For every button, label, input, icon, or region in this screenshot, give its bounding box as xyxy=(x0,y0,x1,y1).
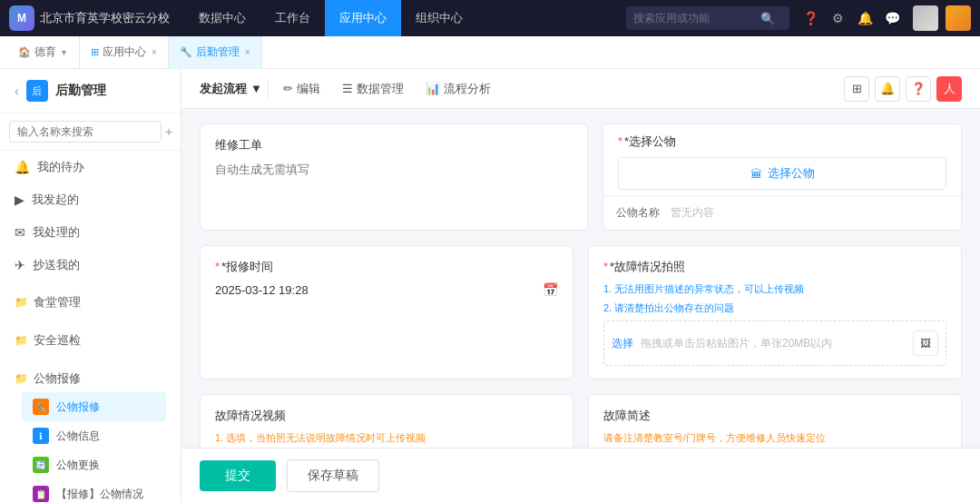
form-footer: 提交 保存草稿 xyxy=(181,448,980,503)
tab-bar: 🏠 德育 ▼ ⊞ 应用中心 × 🔧 后勤管理 × xyxy=(0,36,980,69)
nav-search-input[interactable] xyxy=(633,12,760,25)
tab-logistics-close[interactable]: × xyxy=(245,47,250,57)
fault-photo-hint2: 2. 请清楚拍出公物存在的问题 xyxy=(603,301,946,315)
sidebar-group-food-label: 食堂管理 xyxy=(34,294,81,311)
sidebar-group-repair-header[interactable]: 📁 公物报修 xyxy=(15,365,166,392)
form-row-2: *报修时间 2025-03-12 19:28 📅 *故障情况拍照 1. 无法用图… xyxy=(200,245,962,380)
sidebar-item-status-label: 【报修】公物情况 xyxy=(56,487,143,502)
add-menu-button[interactable]: + xyxy=(165,123,172,141)
avatar[interactable] xyxy=(913,5,938,31)
sidebar-item-replace[interactable]: 🔄 公物更换 xyxy=(22,450,166,479)
tab-logistics-label: 后勤管理 xyxy=(196,44,240,60)
tab-deyu-label: 德育 xyxy=(34,44,56,60)
sidebar-item-todo-label: 我的待办 xyxy=(37,159,84,175)
tab-appstore-close[interactable]: × xyxy=(152,47,157,57)
sidebar-app-icon: 后 xyxy=(26,80,48,102)
tab-logistics[interactable]: 🔧 后勤管理 × xyxy=(169,36,262,69)
fault-video-label: 故障情况视频 xyxy=(215,408,558,424)
flow-analysis-btn[interactable]: 📊 流程分析 xyxy=(416,77,500,101)
nav-item-data[interactable]: 数据中心 xyxy=(184,0,260,36)
settings-icon[interactable]: ⚙ xyxy=(828,8,848,28)
sidebar-item-todo[interactable]: 🔔 我的待办 xyxy=(0,151,181,183)
view-toggle-btn[interactable]: ⊞ xyxy=(844,76,869,102)
flow-dropdown[interactable]: 发起流程 ▼ xyxy=(200,81,262,97)
content-header: 发起流程 ▼ ✏ 编辑 ☰ 数据管理 📊 流程分析 ⊞ xyxy=(181,69,980,109)
tab-deyu-dropdown[interactable]: ▼ xyxy=(60,48,68,57)
tab-appstore-label: 应用中心 xyxy=(103,44,146,60)
property-section: *选择公物 🏛 选择公物 公物名称 暂无内容 xyxy=(603,123,962,231)
notification-icon[interactable]: 🔔 xyxy=(855,8,875,28)
message-icon[interactable]: 💬 xyxy=(882,8,902,28)
help-btn[interactable]: ❓ xyxy=(906,76,931,102)
choose-property-btn[interactable]: 🏛 选择公物 xyxy=(618,157,946,190)
edit-btn[interactable]: ✏ 编辑 xyxy=(274,77,329,101)
user-avatar-btn[interactable]: 人 xyxy=(936,76,962,102)
upload-icon-btn[interactable]: 🖼 xyxy=(913,330,938,356)
logo-icon: M xyxy=(9,5,34,31)
fault-desc-hint: 请备注清楚教室号/门牌号，方便维修人员快速定位 xyxy=(603,431,946,445)
main-layout: ‹ 后 后勤管理 + 🔔 我的待办 ▶ 我发起的 ✉ 我处理的 ✈ 抄送我的 xyxy=(0,69,980,503)
fault-desc-label: 故障简述 xyxy=(603,408,946,424)
sidebar-search: + xyxy=(0,113,181,151)
workorder-label: 维修工单 xyxy=(215,137,573,153)
fault-photo-choose[interactable]: 选择 xyxy=(612,336,633,351)
sidebar-item-info-label: 公物信息 xyxy=(56,429,100,444)
sidebar-item-cc-label: 抄送我的 xyxy=(33,257,80,273)
nav-search-box: 🔍 xyxy=(626,6,789,30)
data-manage-icon: ☰ xyxy=(342,82,353,95)
calendar-icon[interactable]: 📅 xyxy=(543,282,558,297)
submit-button[interactable]: 提交 xyxy=(200,460,276,491)
sidebar-group-security: 📁 安全巡检 xyxy=(0,320,181,358)
property-label: *选择公物 xyxy=(618,133,946,150)
property-choose-label: 选择公物 xyxy=(768,165,815,182)
tab-deyu[interactable]: 🏠 德育 ▼ xyxy=(7,36,80,69)
sidebar-item-status[interactable]: 📋 【报修】公物情况 xyxy=(22,479,166,503)
help-icon[interactable]: ❓ xyxy=(800,8,820,28)
property-name-value: 暂无内容 xyxy=(671,205,714,221)
form-body: 维修工单 *选择公物 🏛 选择公物 公物名称 暂无内容 xyxy=(181,109,980,448)
sidebar-item-cc[interactable]: ✈ 抄送我的 xyxy=(0,249,181,281)
form-row-3: 故障情况视频 1. 选填，当拍照无法说明故障情况时可上传视频 2. 拍摄时请简单… xyxy=(200,394,962,448)
tab-appstore-icon: ⊞ xyxy=(91,46,99,58)
tab-appstore[interactable]: ⊞ 应用中心 × xyxy=(80,36,169,69)
sidebar-group-security-header[interactable]: 📁 安全巡检 xyxy=(15,327,166,354)
datetime-row: 2025-03-12 19:28 📅 xyxy=(215,282,558,297)
breadcrumb-actions: 发起流程 ▼ ✏ 编辑 ☰ 数据管理 📊 流程分析 xyxy=(200,77,500,101)
sidebar-item-initiated[interactable]: ▶ 我发起的 xyxy=(0,183,181,216)
sidebar-item-repair[interactable]: 🔧 公物报修 xyxy=(22,392,166,421)
sidebar-item-processed-label: 我处理的 xyxy=(33,224,80,241)
video-hints: 1. 选填，当拍照无法说明故障情况时可上传视频 2. 拍摄时请简单口述故障原因，… xyxy=(215,431,558,448)
repair-time-value: 2025-03-12 19:28 xyxy=(215,283,309,297)
form-row-1: 维修工单 *选择公物 🏛 选择公物 公物名称 暂无内容 xyxy=(200,123,962,231)
property-name-label: 公物名称 xyxy=(616,205,671,221)
nav-item-app[interactable]: 应用中心 xyxy=(325,0,401,36)
fault-photo-upload[interactable]: 选择 拖拽或单击后粘贴图片，单张20MB以内 🖼 xyxy=(603,321,946,366)
upload-img-icon-btn[interactable]: 🖼 xyxy=(913,330,938,356)
todo-icon: 🔔 xyxy=(15,160,30,174)
tab-deyu-icon: 🏠 xyxy=(18,46,31,58)
nav-items: 数据中心 工作台 应用中心 组织中心 xyxy=(184,0,626,36)
property-name-row: 公物名称 暂无内容 xyxy=(603,195,961,230)
nav-item-work[interactable]: 工作台 xyxy=(260,0,325,36)
sidebar-group-security-label: 安全巡检 xyxy=(34,332,81,349)
sidebar-header: ‹ 后 后勤管理 xyxy=(0,69,181,113)
property-header: *选择公物 🏛 选择公物 xyxy=(603,124,961,195)
sidebar-group-food-header[interactable]: 📁 食堂管理 xyxy=(15,289,166,316)
logo: M 北京市育英学校密云分校 xyxy=(9,5,170,31)
sidebar-item-processed[interactable]: ✉ 我处理的 xyxy=(0,216,181,249)
sidebar-back-icon[interactable]: ‹ xyxy=(15,84,19,98)
notification-btn[interactable]: 🔔 xyxy=(875,76,900,102)
fault-photo-section: *故障情况拍照 1. 无法用图片描述的异常状态，可以上传视频 2. 请清楚拍出公… xyxy=(588,245,962,380)
sidebar-search-input[interactable] xyxy=(9,121,162,143)
user-avatar-color[interactable] xyxy=(946,5,971,31)
nav-item-org[interactable]: 组织中心 xyxy=(401,0,477,36)
sidebar: ‹ 后 后勤管理 + 🔔 我的待办 ▶ 我发起的 ✉ 我处理的 ✈ 抄送我的 xyxy=(0,69,181,503)
fault-video-section: 故障情况视频 1. 选填，当拍照无法说明故障情况时可上传视频 2. 拍摄时请简单… xyxy=(200,394,573,448)
edit-label: 编辑 xyxy=(297,81,320,97)
save-draft-button[interactable]: 保存草稿 xyxy=(287,459,379,492)
data-manage-btn[interactable]: ☰ 数据管理 xyxy=(333,77,413,101)
replace-icon: 🔄 xyxy=(33,457,49,473)
workorder-input[interactable] xyxy=(215,161,573,178)
sidebar-item-info[interactable]: ℹ 公物信息 xyxy=(22,421,166,450)
property-choose-icon: 🏛 xyxy=(750,167,762,181)
